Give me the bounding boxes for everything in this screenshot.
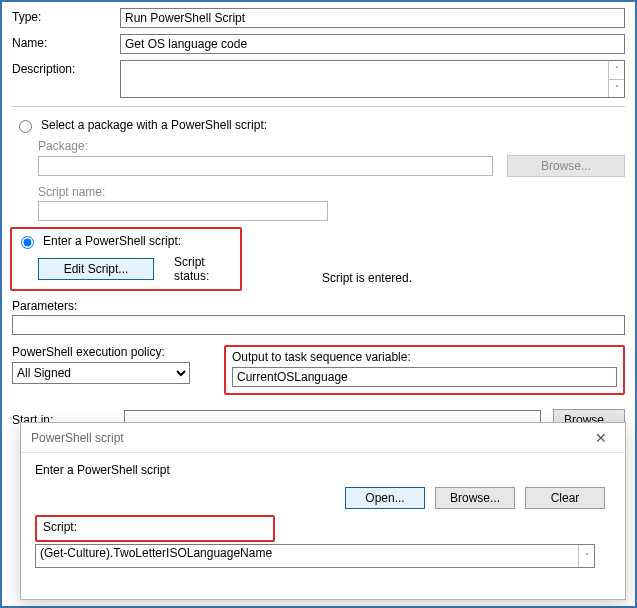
script-status-value: Script is entered. — [322, 271, 522, 285]
scriptname-label: Script name: — [38, 185, 625, 199]
parameters-label: Parameters: — [12, 299, 625, 313]
radio-package[interactable] — [19, 120, 32, 133]
powershell-script-dialog: PowerShell script ✕ Enter a PowerShell s… — [20, 422, 626, 600]
open-button[interactable]: Open... — [345, 487, 425, 509]
policy-outvar-row: PowerShell execution policy: All Signed … — [12, 345, 625, 395]
script-status-label: Script status: — [174, 255, 234, 283]
spin-up-icon[interactable]: ˄ — [609, 61, 624, 79]
script-label: Script: — [43, 520, 267, 534]
parameters-input[interactable] — [12, 315, 625, 335]
description-wrap: ˄ ˅ — [120, 60, 625, 98]
name-label: Name: — [12, 34, 120, 50]
scriptname-input — [38, 201, 328, 221]
spin-down-icon[interactable]: ˅ — [609, 79, 624, 98]
script-box: Script: — [35, 515, 275, 542]
policy-col: PowerShell execution policy: All Signed — [12, 345, 202, 384]
parameters-section: Parameters: — [12, 299, 625, 335]
radio-package-label: Select a package with a PowerShell scrip… — [41, 118, 267, 132]
browse-package-button: Browse... — [507, 155, 625, 177]
divider-1 — [12, 106, 625, 107]
description-label: Description: — [12, 60, 120, 76]
close-icon[interactable]: ✕ — [581, 424, 621, 452]
spin-up-icon[interactable]: ˄ — [579, 545, 594, 567]
outvar-col: Output to task sequence variable: — [224, 345, 625, 395]
package-input — [38, 156, 493, 176]
package-section: Package: Browse... Script name: — [38, 139, 625, 221]
radio-enter[interactable] — [21, 236, 34, 249]
script-spinner: ˄ — [578, 545, 594, 567]
dialog-title: PowerShell script — [31, 431, 581, 445]
package-label: Package: — [38, 139, 625, 153]
outvar-label: Output to task sequence variable: — [232, 350, 617, 364]
radio-enter-label: Enter a PowerShell script: — [43, 234, 181, 248]
dialog-body: Enter a PowerShell script Open... Browse… — [21, 453, 625, 599]
type-label: Type: — [12, 8, 120, 24]
browse-script-button[interactable]: Browse... — [435, 487, 515, 509]
enter-script-block: Enter a PowerShell script: Edit Script..… — [10, 227, 242, 291]
radio-enter-row: Enter a PowerShell script: — [16, 233, 234, 249]
name-row: Name: — [12, 34, 625, 54]
policy-label: PowerShell execution policy: — [12, 345, 202, 359]
outvar-block: Output to task sequence variable: — [224, 345, 625, 395]
task-step-panel: Type: Name: Description: ˄ ˅ Select a pa… — [0, 0, 637, 608]
dialog-prompt: Enter a PowerShell script — [35, 463, 611, 477]
clear-button[interactable]: Clear — [525, 487, 605, 509]
type-input[interactable] — [120, 8, 625, 28]
description-row: Description: ˄ ˅ — [12, 60, 625, 98]
radio-package-row: Select a package with a PowerShell scrip… — [14, 117, 625, 133]
script-text-wrap: (Get-Culture).TwoLetterISOLanguageName ˄ — [35, 544, 595, 568]
dialog-titlebar: PowerShell script ✕ — [21, 423, 625, 453]
edit-status-row: Edit Script... Script status: — [38, 255, 234, 283]
package-input-row: Browse... — [38, 155, 625, 177]
edit-script-button[interactable]: Edit Script... — [38, 258, 154, 280]
outvar-input[interactable] — [232, 367, 617, 387]
name-input[interactable] — [120, 34, 625, 54]
description-textarea[interactable] — [121, 61, 608, 97]
description-spinner: ˄ ˅ — [608, 61, 624, 97]
script-textarea[interactable]: (Get-Culture).TwoLetterISOLanguageName — [36, 545, 578, 567]
policy-select[interactable]: All Signed — [12, 362, 190, 384]
dialog-button-row: Open... Browse... Clear — [35, 487, 605, 509]
type-row: Type: — [12, 8, 625, 28]
